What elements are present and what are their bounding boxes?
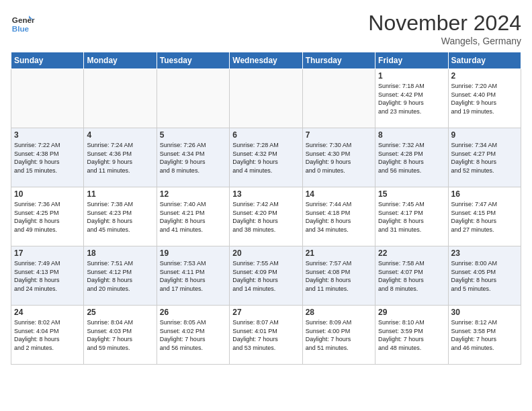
header-sunday: Sunday	[11, 52, 84, 69]
calendar-cell: 7Sunrise: 7:30 AM Sunset: 4:30 PM Daylig…	[302, 128, 375, 187]
day-number: 20	[232, 248, 299, 258]
day-number: 10	[14, 189, 81, 199]
svg-text:General: General	[12, 15, 35, 24]
day-number: 14	[306, 189, 372, 199]
day-info: Sunrise: 7:57 AM Sunset: 4:08 PM Dayligh…	[306, 259, 372, 293]
day-info: Sunrise: 8:09 AM Sunset: 4:00 PM Dayligh…	[306, 318, 372, 352]
day-info: Sunrise: 8:00 AM Sunset: 4:05 PM Dayligh…	[451, 259, 518, 293]
day-number: 12	[160, 189, 226, 199]
day-number: 29	[378, 308, 445, 317]
calendar-cell: 4Sunrise: 7:24 AM Sunset: 4:36 PM Daylig…	[84, 128, 157, 187]
calendar-cell	[84, 69, 157, 128]
calendar-cell	[11, 69, 84, 128]
day-info: Sunrise: 7:36 AM Sunset: 4:25 PM Dayligh…	[14, 200, 81, 234]
day-number: 15	[378, 189, 445, 199]
calendar-cell: 3Sunrise: 7:22 AM Sunset: 4:38 PM Daylig…	[11, 128, 84, 187]
location: Wangels, Germany	[368, 36, 521, 46]
day-number: 27	[232, 308, 299, 317]
day-info: Sunrise: 7:26 AM Sunset: 4:34 PM Dayligh…	[160, 141, 226, 175]
day-info: Sunrise: 7:45 AM Sunset: 4:17 PM Dayligh…	[378, 200, 445, 234]
header-saturday: Saturday	[448, 52, 521, 69]
day-info: Sunrise: 7:18 AM Sunset: 4:42 PM Dayligh…	[378, 82, 445, 116]
logo: General Blue	[11, 11, 35, 35]
calendar-table: Sunday Monday Tuesday Wednesday Thursday…	[11, 52, 521, 365]
calendar-cell: 18Sunrise: 7:51 AM Sunset: 4:12 PM Dayli…	[84, 246, 157, 306]
day-number: 17	[14, 248, 81, 258]
calendar-cell: 5Sunrise: 7:26 AM Sunset: 4:34 PM Daylig…	[157, 128, 229, 187]
calendar-cell: 8Sunrise: 7:32 AM Sunset: 4:28 PM Daylig…	[375, 128, 448, 187]
day-info: Sunrise: 8:04 AM Sunset: 4:03 PM Dayligh…	[87, 318, 153, 352]
day-number: 18	[87, 248, 153, 258]
calendar-cell	[302, 69, 375, 128]
page-header: General Blue November 2024 Wangels, Germ…	[11, 11, 521, 46]
calendar-cell: 29Sunrise: 8:10 AM Sunset: 3:59 PM Dayli…	[375, 306, 448, 365]
day-info: Sunrise: 7:47 AM Sunset: 4:15 PM Dayligh…	[451, 200, 518, 234]
day-info: Sunrise: 7:24 AM Sunset: 4:36 PM Dayligh…	[87, 141, 153, 175]
calendar-cell: 14Sunrise: 7:44 AM Sunset: 4:18 PM Dayli…	[302, 187, 375, 246]
calendar-cell: 28Sunrise: 8:09 AM Sunset: 4:00 PM Dayli…	[302, 306, 375, 365]
day-info: Sunrise: 7:58 AM Sunset: 4:07 PM Dayligh…	[378, 259, 445, 293]
calendar-cell: 21Sunrise: 7:57 AM Sunset: 4:08 PM Dayli…	[302, 246, 375, 306]
calendar-cell: 17Sunrise: 7:49 AM Sunset: 4:13 PM Dayli…	[11, 246, 84, 306]
calendar-header-row: Sunday Monday Tuesday Wednesday Thursday…	[11, 52, 521, 69]
day-info: Sunrise: 7:44 AM Sunset: 4:18 PM Dayligh…	[306, 200, 372, 234]
calendar-cell: 23Sunrise: 8:00 AM Sunset: 4:05 PM Dayli…	[448, 246, 521, 306]
day-number: 25	[87, 308, 153, 317]
day-number: 1	[378, 71, 445, 81]
calendar-cell: 10Sunrise: 7:36 AM Sunset: 4:25 PM Dayli…	[11, 187, 84, 246]
day-info: Sunrise: 7:30 AM Sunset: 4:30 PM Dayligh…	[306, 141, 372, 175]
calendar-cell: 2Sunrise: 7:20 AM Sunset: 4:40 PM Daylig…	[448, 69, 521, 128]
day-info: Sunrise: 7:42 AM Sunset: 4:20 PM Dayligh…	[232, 200, 299, 234]
calendar-cell: 13Sunrise: 7:42 AM Sunset: 4:20 PM Dayli…	[230, 187, 302, 246]
day-info: Sunrise: 8:07 AM Sunset: 4:01 PM Dayligh…	[232, 318, 299, 352]
calendar-cell: 19Sunrise: 7:53 AM Sunset: 4:11 PM Dayli…	[157, 246, 229, 306]
day-info: Sunrise: 7:22 AM Sunset: 4:38 PM Dayligh…	[14, 141, 81, 175]
day-number: 23	[451, 248, 518, 258]
calendar-cell	[157, 69, 229, 128]
day-info: Sunrise: 8:05 AM Sunset: 4:02 PM Dayligh…	[160, 318, 226, 352]
calendar-cell: 25Sunrise: 8:04 AM Sunset: 4:03 PM Dayli…	[84, 306, 157, 365]
calendar-cell: 30Sunrise: 8:12 AM Sunset: 3:58 PM Dayli…	[448, 306, 521, 365]
calendar-cell	[230, 69, 302, 128]
day-info: Sunrise: 8:10 AM Sunset: 3:59 PM Dayligh…	[378, 318, 445, 352]
day-info: Sunrise: 7:38 AM Sunset: 4:23 PM Dayligh…	[87, 200, 153, 234]
day-info: Sunrise: 7:32 AM Sunset: 4:28 PM Dayligh…	[378, 141, 445, 175]
day-number: 5	[160, 130, 226, 140]
day-number: 6	[232, 130, 299, 140]
day-number: 28	[306, 308, 372, 317]
day-info: Sunrise: 7:20 AM Sunset: 4:40 PM Dayligh…	[451, 82, 518, 116]
calendar-cell: 22Sunrise: 7:58 AM Sunset: 4:07 PM Dayli…	[375, 246, 448, 306]
calendar-cell: 16Sunrise: 7:47 AM Sunset: 4:15 PM Dayli…	[448, 187, 521, 246]
day-info: Sunrise: 7:49 AM Sunset: 4:13 PM Dayligh…	[14, 259, 81, 293]
day-number: 21	[306, 248, 372, 258]
header-wednesday: Wednesday	[230, 52, 302, 69]
day-number: 4	[87, 130, 153, 140]
calendar-cell: 24Sunrise: 8:02 AM Sunset: 4:04 PM Dayli…	[11, 306, 84, 365]
day-number: 7	[306, 130, 372, 140]
calendar-cell: 27Sunrise: 8:07 AM Sunset: 4:01 PM Dayli…	[230, 306, 302, 365]
calendar-cell: 6Sunrise: 7:28 AM Sunset: 4:32 PM Daylig…	[230, 128, 302, 187]
day-number: 11	[87, 189, 153, 199]
day-number: 19	[160, 248, 226, 258]
title-block: November 2024 Wangels, Germany	[368, 11, 521, 46]
calendar-cell: 15Sunrise: 7:45 AM Sunset: 4:17 PM Dayli…	[375, 187, 448, 246]
day-info: Sunrise: 7:51 AM Sunset: 4:12 PM Dayligh…	[87, 259, 153, 293]
day-number: 24	[14, 308, 81, 317]
calendar-cell: 11Sunrise: 7:38 AM Sunset: 4:23 PM Dayli…	[84, 187, 157, 246]
calendar-cell: 9Sunrise: 7:34 AM Sunset: 4:27 PM Daylig…	[448, 128, 521, 187]
day-number: 8	[378, 130, 445, 140]
day-number: 3	[14, 130, 81, 140]
day-info: Sunrise: 7:28 AM Sunset: 4:32 PM Dayligh…	[232, 141, 299, 175]
day-number: 22	[378, 248, 445, 258]
header-tuesday: Tuesday	[157, 52, 229, 69]
day-info: Sunrise: 8:12 AM Sunset: 3:58 PM Dayligh…	[451, 318, 518, 352]
day-info: Sunrise: 8:02 AM Sunset: 4:04 PM Dayligh…	[14, 318, 81, 352]
month-title: November 2024	[368, 11, 521, 36]
logo-icon: General Blue	[11, 11, 35, 35]
day-info: Sunrise: 7:40 AM Sunset: 4:21 PM Dayligh…	[160, 200, 226, 234]
calendar-cell: 1Sunrise: 7:18 AM Sunset: 4:42 PM Daylig…	[375, 69, 448, 128]
header-monday: Monday	[84, 52, 157, 69]
day-info: Sunrise: 7:34 AM Sunset: 4:27 PM Dayligh…	[451, 141, 518, 175]
header-thursday: Thursday	[302, 52, 375, 69]
calendar-cell: 20Sunrise: 7:55 AM Sunset: 4:09 PM Dayli…	[230, 246, 302, 306]
